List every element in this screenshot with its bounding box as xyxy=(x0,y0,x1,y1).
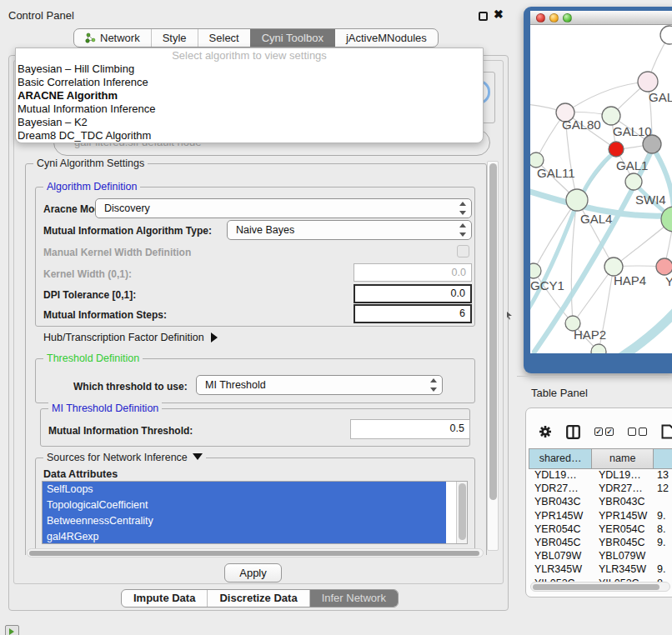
tab-cyni-toolbox[interactable]: Cyni Toolbox xyxy=(250,29,334,47)
table-row[interactable]: YBL079WYBL079W xyxy=(529,550,672,563)
network-node[interactable] xyxy=(591,344,606,353)
select-all-checkboxes-icon[interactable]: ✓✓ xyxy=(594,428,614,436)
tab-discretize-data[interactable]: Discretize Data xyxy=(207,590,308,607)
bottom-tabbar: Impute DataDiscretize DataInfer Network xyxy=(121,589,399,608)
table-row[interactable]: YPR145WYPR145W9. xyxy=(529,510,672,523)
new-table-icon[interactable] xyxy=(661,424,672,439)
split-columns-icon[interactable] xyxy=(566,425,580,439)
table-cell: YBL079W xyxy=(529,550,593,563)
mi-type-label: Mutual Information Algorithm Type: xyxy=(43,225,212,237)
mi-steps-field[interactable]: 6 xyxy=(354,304,472,323)
node-label: GAL4 xyxy=(580,212,612,226)
dpi-tolerance-label: DPI Tolerance [0,1]: xyxy=(43,289,136,301)
aracne-mode-combobox[interactable]: Discovery xyxy=(95,198,472,218)
network-node[interactable] xyxy=(566,189,588,211)
table-cell: YBR045C xyxy=(529,537,593,550)
tab-label: Cyni Toolbox xyxy=(262,32,323,44)
network-canvas[interactable]: GALGAL80GAL10GAL1GAL11SWI4GAL4GCY1HAP4YH… xyxy=(530,25,672,353)
tab-label: Style xyxy=(163,32,187,44)
column-header-shared[interactable]: shared… xyxy=(529,448,592,469)
network-node[interactable] xyxy=(625,173,642,190)
network-node[interactable] xyxy=(660,26,672,44)
hub-definition-toggle[interactable]: Hub/Transcription Factor Definition xyxy=(43,332,218,343)
tab-style[interactable]: Style xyxy=(151,29,198,47)
table-cell: YDL19… xyxy=(529,469,593,482)
close-panel-icon[interactable]: ✖ xyxy=(494,8,504,21)
tab-select[interactable]: Select xyxy=(198,29,250,47)
algorithm-option-mutual-information-inference[interactable]: Mutual Information Inference xyxy=(16,102,483,116)
aracne-mode-value: Discovery xyxy=(104,202,150,214)
table-cell: YDR27… xyxy=(593,482,655,496)
close-window-icon[interactable] xyxy=(536,13,545,22)
table-row[interactable]: YBR045CYBR045C9. xyxy=(529,537,672,550)
table-row[interactable]: YER054CYER054C8. xyxy=(529,523,672,537)
application-window: Control Panel ✖ NetworkStyleSelectCyni T… xyxy=(0,0,672,635)
table-row[interactable]: YBR043CYBR043C xyxy=(529,496,672,509)
node-label: GAL xyxy=(649,90,672,104)
tab-network[interactable]: Network xyxy=(74,29,151,47)
network-node[interactable] xyxy=(602,107,620,125)
tab-label: Select xyxy=(209,32,239,44)
algorithm-option-bayesian-k2[interactable]: Bayesian – K2 xyxy=(16,116,483,129)
table-row[interactable]: YDL19…YDL19…13 xyxy=(529,469,672,482)
node-label: SWI4 xyxy=(635,192,666,207)
zoom-window-icon[interactable] xyxy=(563,13,572,22)
table-row[interactable]: YDR27…YDR27…12 xyxy=(529,482,672,496)
cyni-settings-viewport: Cyni Algorithm Settings Algorithm Defini… xyxy=(22,155,487,555)
dropdown-option-list: Bayesian – Hill ClimbingBasic Correlatio… xyxy=(16,62,483,142)
table-cell: YBR043C xyxy=(529,496,593,509)
algorithm-option-basic-correlation-inference[interactable]: Basic Correlation Inference xyxy=(16,76,483,89)
tab-impute-data[interactable]: Impute Data xyxy=(122,590,207,607)
table-cell xyxy=(655,496,672,509)
panel-divider-grip[interactable] xyxy=(506,308,513,323)
kernel-width-field[interactable]: 0.0 xyxy=(354,263,472,282)
tab-jactivemnodules[interactable]: jActiveMNodules xyxy=(334,29,438,47)
tab-infer-network[interactable]: Infer Network xyxy=(309,590,398,607)
expanded-arrow-icon xyxy=(193,453,203,460)
table-cell: YER054C xyxy=(593,523,655,537)
table-header-row: shared…name xyxy=(529,448,672,469)
dpi-tolerance-field[interactable]: 0.0 xyxy=(354,284,472,303)
kernel-width-label: Kernel Width (0,1): xyxy=(43,268,132,280)
stepper-arrows-icon xyxy=(459,223,466,237)
manual-kernel-checkbox[interactable] xyxy=(457,245,469,258)
network-node[interactable] xyxy=(609,142,624,157)
sources-title[interactable]: Sources for Network Inference xyxy=(43,452,206,463)
node-label: GAL11 xyxy=(537,166,575,180)
which-threshold-combobox[interactable]: MI Threshold xyxy=(196,375,443,395)
tab-label: Network xyxy=(100,32,140,44)
algorithm-option-aracne-algorithm[interactable]: ARACNE Algorithm xyxy=(16,89,483,102)
table-panel-title: Table Panel xyxy=(531,387,588,399)
mi-type-combobox[interactable]: Naive Bayes xyxy=(227,220,472,240)
gear-icon[interactable] xyxy=(539,425,552,438)
table-cell: 13 xyxy=(655,469,672,482)
mi-threshold-field[interactable]: 0.5 xyxy=(350,419,470,439)
deselect-all-checkboxes-icon[interactable] xyxy=(628,428,647,436)
stepper-arrows-icon xyxy=(459,202,466,215)
mi-threshold-label: Mutual Information Threshold: xyxy=(48,425,193,437)
node-label: GAL10 xyxy=(613,124,652,138)
column-header-name[interactable]: name xyxy=(592,448,654,469)
network-node[interactable] xyxy=(638,72,658,92)
node-label: GCY1 xyxy=(530,278,564,292)
restore-panel-button[interactable] xyxy=(5,625,19,635)
network-node[interactable] xyxy=(530,263,541,278)
mi-steps-label: Mutual Information Steps: xyxy=(43,309,167,321)
table-cell: YPR145W xyxy=(529,510,593,523)
settings-horizontal-scrollbar[interactable] xyxy=(27,548,484,558)
algorithm-dropdown-popup: Select algorithm to view settings Bayesi… xyxy=(15,48,484,143)
mi-threshold-title: MI Threshold Definition xyxy=(48,402,162,414)
table-row[interactable]: YLR345WYLR345W9. xyxy=(529,563,672,577)
algorithm-option-dream8-dc-tdc-algorithm[interactable]: Dream8 DC_TDC Algorithm xyxy=(16,129,483,142)
float-panel-icon[interactable] xyxy=(479,12,488,21)
hub-definition-label: Hub/Transcription Factor Definition xyxy=(43,332,204,343)
settings-vertical-scrollbar[interactable] xyxy=(487,161,499,551)
algorithm-option-bayesian-hill-climbing[interactable]: Bayesian – Hill Climbing xyxy=(16,62,483,76)
apply-button[interactable]: Apply xyxy=(224,563,282,582)
table-horizontal-scrollbar[interactable] xyxy=(530,582,670,592)
network-node[interactable] xyxy=(656,258,672,275)
manual-kernel-label: Manual Kernel Width Definition xyxy=(43,247,191,258)
network-nodes: GALGAL80GAL10GAL1GAL11SWI4GAL4GCY1HAP4YH… xyxy=(530,26,672,353)
column-header-blank[interactable] xyxy=(654,448,672,469)
minimize-window-icon[interactable] xyxy=(549,13,559,22)
